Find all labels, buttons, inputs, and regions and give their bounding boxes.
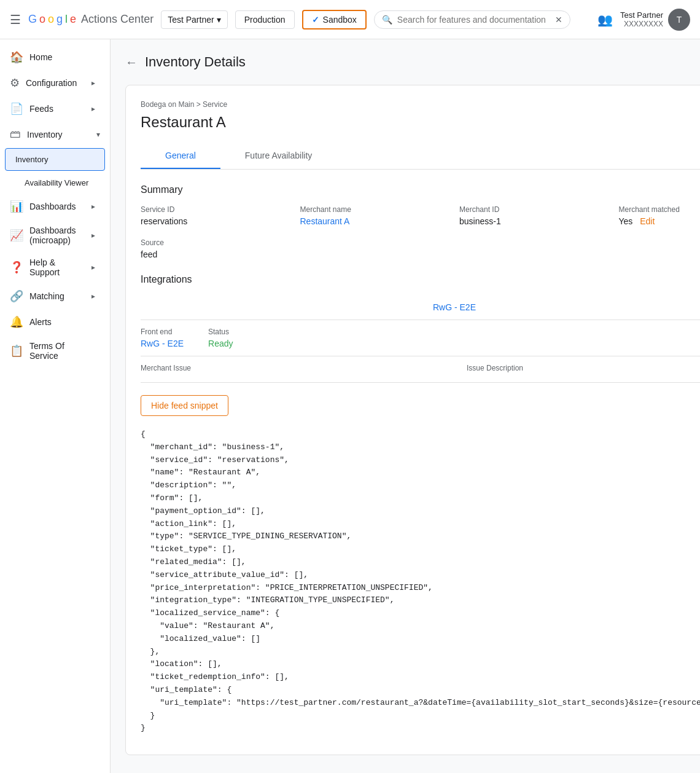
frontend-value[interactable]: RwG - E2E	[141, 339, 184, 348]
production-btn[interactable]: Production	[235, 10, 295, 29]
user-id: XXXXXXXX	[620, 20, 663, 28]
field-status: Status Ready	[208, 328, 233, 348]
sidebar-item-availability-viewer[interactable]: Availability Viewer	[0, 172, 105, 194]
help-chevron-icon: ▸	[91, 263, 95, 272]
checkmark-icon: ✓	[312, 15, 319, 25]
merchant-issue-row: Merchant Issue Issue Description	[141, 356, 700, 383]
search-input[interactable]	[397, 15, 555, 25]
tab-future-availability[interactable]: Future Availability	[220, 143, 336, 169]
summary-title: Summary	[141, 184, 700, 195]
integration-row: Front end RwG - E2E Status Ready	[141, 320, 700, 356]
sandbox-btn[interactable]: ✓ Sandbox	[302, 10, 367, 29]
field-merchant-id: Merchant ID business-1	[459, 205, 609, 226]
page-title: Inventory Details	[145, 54, 246, 70]
search-bar[interactable]: 🔍 ✕	[374, 10, 570, 29]
merchant-name-value[interactable]: Restaurant A	[300, 216, 449, 226]
integrations-title: Integrations	[141, 274, 700, 285]
user-name: Test Partner	[620, 10, 663, 20]
tabs: General Future Availability	[141, 143, 700, 170]
inventory-icon: 🗃	[10, 128, 21, 141]
sidebar-item-inventory-group[interactable]: 🗃 Inventory ▾	[0, 122, 110, 147]
summary-grid: Service ID reservations Merchant name Re…	[141, 205, 700, 226]
sidebar-item-matching[interactable]: 🔗 Matching ▸	[0, 283, 105, 309]
nav-right: 👥 Test Partner XXXXXXXX T	[597, 9, 690, 31]
breadcrumb: Bodega on Main > Service	[141, 100, 700, 109]
edit-link[interactable]: Edit	[640, 216, 655, 226]
feeds-chevron-icon: ▸	[91, 104, 95, 113]
sidebar-item-inventory[interactable]: Inventory	[5, 148, 105, 171]
dashboards-micro-icon: 📈	[10, 229, 23, 242]
help-icon: ❓	[10, 261, 23, 274]
partner-selector[interactable]: Test Partner ▾	[161, 10, 227, 29]
sidebar-item-terms[interactable]: 📋 Terms Of Service	[0, 335, 105, 367]
matching-icon: 🔗	[10, 289, 23, 303]
sidebar-item-home[interactable]: 🏠 Home	[0, 44, 105, 70]
tab-general[interactable]: General	[141, 143, 220, 169]
feeds-icon: 📄	[10, 102, 23, 116]
inventory-chevron-icon: ▾	[96, 130, 100, 139]
field-merchant-issue: Merchant Issue	[141, 364, 442, 375]
sidebar-item-configuration[interactable]: ⚙ Configuration ▸	[0, 70, 105, 96]
sidebar-item-alerts[interactable]: 🔔 Alerts	[0, 309, 105, 335]
field-merchant-name: Merchant name Restaurant A	[300, 205, 449, 226]
sidebar-item-dashboards[interactable]: 📊 Dashboards ▸	[0, 194, 105, 219]
sidebar: 🏠 Home ⚙ Configuration ▸ 📄 Feeds ▸ 🗃 Inv…	[0, 39, 111, 773]
field-frontend: Front end RwG - E2E	[141, 328, 184, 348]
google-logo: Google Actions Center	[28, 13, 154, 26]
merchant-id-value: business-1	[459, 216, 609, 226]
source-value: feed	[141, 249, 700, 259]
merchant-matched-value: Yes	[618, 216, 632, 226]
matching-chevron-icon: ▸	[91, 292, 95, 300]
dashboards-chevron-icon: ▸	[91, 202, 95, 211]
dashboards-icon: 📊	[10, 200, 23, 213]
home-icon: 🏠	[10, 50, 23, 64]
layout: 🏠 Home ⚙ Configuration ▸ 📄 Feeds ▸ 🗃 Inv…	[0, 39, 700, 773]
menu-icon[interactable]: ☰	[10, 12, 21, 27]
alerts-icon: 🔔	[10, 315, 23, 329]
field-merchant-matched: Merchant matched Yes Edit	[618, 205, 700, 226]
avatar[interactable]: T	[668, 9, 690, 31]
main-content: ← Inventory Details Bodega on Main > Ser…	[111, 39, 700, 773]
service-id-value: reservations	[141, 216, 290, 226]
restaurant-title: Restaurant A	[141, 114, 700, 131]
clear-search-icon[interactable]: ✕	[555, 15, 562, 25]
integration-rwg-header[interactable]: RwG - E2E	[141, 295, 700, 320]
terms-icon: 📋	[10, 344, 23, 358]
sidebar-item-feeds[interactable]: 📄 Feeds ▸	[0, 96, 105, 122]
chevron-right-icon: ▸	[91, 79, 95, 87]
people-icon[interactable]: 👥	[597, 12, 613, 27]
back-button[interactable]: ←	[125, 55, 138, 69]
field-service-id: Service ID reservations	[141, 205, 290, 226]
sidebar-item-dashboards-microapp[interactable]: 📈 Dashboards (microapp) ▸	[0, 219, 105, 251]
dashboards-micro-chevron-icon: ▸	[91, 231, 95, 240]
sidebar-item-help-support[interactable]: ❓ Help & Support ▸	[0, 251, 105, 283]
json-code-block: { "merchant_id": "business-1", "service_…	[141, 423, 700, 740]
status-value: Ready	[208, 339, 233, 348]
page-header: ← Inventory Details	[125, 54, 700, 70]
search-icon: 🔍	[382, 15, 392, 25]
user-info: Test Partner XXXXXXXX T	[620, 9, 690, 31]
source-row: Source feed	[141, 238, 700, 259]
configuration-icon: ⚙	[10, 76, 20, 90]
content-card: Bodega on Main > Service Restaurant A Ge…	[125, 85, 700, 755]
field-issue-description: Issue Description	[467, 364, 700, 375]
top-nav: ☰ Google Actions Center Test Partner ▾ P…	[0, 0, 700, 39]
hide-feed-snippet-button[interactable]: Hide feed snippet	[141, 395, 228, 416]
